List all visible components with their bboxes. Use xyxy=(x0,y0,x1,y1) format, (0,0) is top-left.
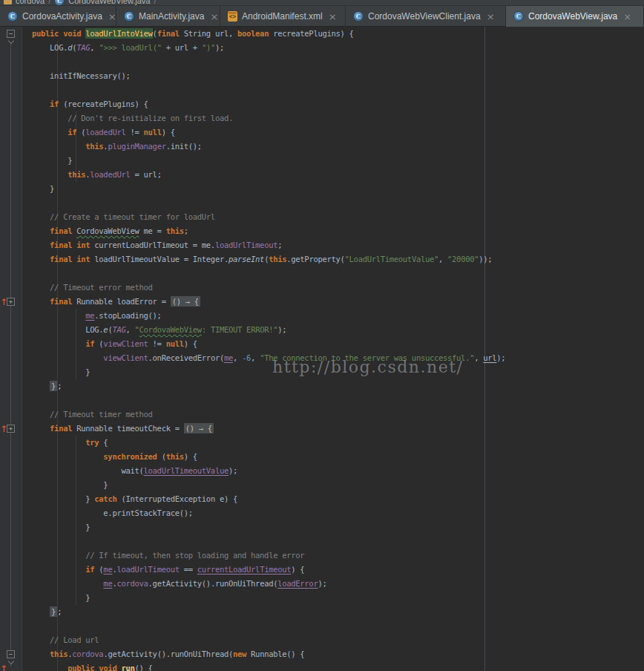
code-line[interactable]: } catch (InterruptedException e) { xyxy=(32,492,644,506)
tab-label: AndroidManifest.xml xyxy=(242,11,323,22)
code-line[interactable]: // Timeout timer method xyxy=(32,407,644,422)
code-token: .getActivity().runOnUiThread( xyxy=(148,579,278,588)
fold-collapse-icon[interactable]: − xyxy=(7,650,15,658)
code-token: , xyxy=(233,353,242,362)
code-line[interactable]: initIfNecessary(); xyxy=(32,69,644,83)
tab-cordovawebviewclient-java[interactable]: CCordovaWebViewClient.java× xyxy=(346,6,506,27)
code-token: catch xyxy=(94,494,121,503)
tab-label: CordovaActivity.java xyxy=(22,11,102,22)
code-line[interactable]: LOG.e(TAG, "CordovaWebView: TIMEOUT ERRO… xyxy=(32,323,644,337)
code-token: , xyxy=(90,43,99,52)
code-line[interactable]: }; xyxy=(32,379,644,393)
code-line[interactable]: // Don't re-initialize on first load. xyxy=(32,111,644,125)
breadcrumb: cordova/CCordovaWebView.java/ xyxy=(0,0,644,6)
editor[interactable]: −↑+↑+−↑ public void loadUrlIntoView(fina… xyxy=(0,27,644,671)
code-token: me = xyxy=(139,226,166,235)
tab-close-icon[interactable]: × xyxy=(487,12,495,22)
code-line[interactable]: me.cordova.getActivity().runOnUiThread(l… xyxy=(32,577,644,591)
code-line[interactable]: // Timeout error method xyxy=(32,281,644,295)
code-line[interactable]: wait(loadUrlTimeoutValue); xyxy=(32,464,644,478)
code-line[interactable]: if (viewClient != null) { xyxy=(32,337,644,351)
code-line[interactable] xyxy=(32,534,644,549)
code-token: null xyxy=(166,339,184,348)
code-token: , xyxy=(251,353,260,362)
code-token: + url + xyxy=(162,43,202,52)
code-line[interactable] xyxy=(32,266,644,281)
fold-expand-icon[interactable]: + xyxy=(7,298,15,306)
code-line[interactable]: me.stopLoading(); xyxy=(32,309,644,323)
code-line[interactable]: } xyxy=(32,154,644,168)
tab-close-icon[interactable]: × xyxy=(329,12,337,22)
code-line[interactable]: } xyxy=(32,520,644,534)
code-token: Runnable loadError = xyxy=(72,297,170,306)
code-line[interactable]: } xyxy=(32,365,644,379)
code-line[interactable]: try { xyxy=(32,436,644,450)
code-token: this xyxy=(32,170,85,179)
code-line[interactable]: if (me.loadUrlTimeout == currentLoadUrlT… xyxy=(32,563,644,577)
code-line[interactable] xyxy=(32,55,644,69)
code-line[interactable] xyxy=(32,196,644,210)
code-line[interactable]: // If timeout, then stop loading and han… xyxy=(32,549,644,563)
code-token: loadError xyxy=(277,579,318,588)
code-line[interactable]: final CordovaWebView me = this; xyxy=(32,224,644,238)
code-token: cordova xyxy=(72,649,103,658)
code-line[interactable] xyxy=(32,83,644,97)
code-line[interactable]: final Runnable timeoutCheck = () → { xyxy=(32,422,644,436)
code-token: parseInt xyxy=(229,255,264,264)
code-line[interactable]: // Load url xyxy=(32,633,644,647)
tab-cordovaactivity-java[interactable]: CCordovaActivity.java× xyxy=(0,6,116,27)
fold-expand-icon[interactable]: + xyxy=(7,425,15,433)
code-token: LOG. xyxy=(32,43,68,52)
tab-close-icon[interactable]: × xyxy=(623,12,631,22)
code-token: () → { xyxy=(184,423,214,433)
code-line[interactable]: public void loadUrlIntoView(final String… xyxy=(32,27,644,41)
breadcrumb-inner: cordova/CCordovaWebView.java/ xyxy=(0,0,157,6)
tab-close-icon[interactable]: × xyxy=(108,12,116,22)
code-line[interactable]: this.cordova.getActivity().runOnUiThread… xyxy=(32,647,644,661)
code-token: this xyxy=(32,649,68,658)
manifest-icon: <> xyxy=(228,11,237,22)
code-line[interactable] xyxy=(32,619,644,633)
code-token: String url, xyxy=(180,29,237,38)
code-line[interactable]: this.pluginManager.init(); xyxy=(32,140,644,154)
code-token: if xyxy=(32,565,99,574)
code-line[interactable]: e.printStackTrace(); xyxy=(32,506,644,520)
code-line[interactable]: } xyxy=(32,591,644,605)
breadcrumb-item[interactable]: cordova xyxy=(16,0,45,5)
code-token: if xyxy=(32,339,99,348)
code-token: ) { xyxy=(184,452,197,461)
code-line[interactable]: synchronized (this) { xyxy=(32,450,644,464)
code-line[interactable]: public void run() { xyxy=(32,661,644,671)
code-token: LOG. xyxy=(32,325,103,334)
code-line[interactable]: if (loadedUrl != null) { xyxy=(32,125,644,140)
code-line[interactable] xyxy=(32,393,644,407)
breadcrumb-item[interactable]: CordovaWebView.java xyxy=(68,0,150,5)
tab-androidmanifest-xml[interactable]: <>AndroidManifest.xml× xyxy=(220,6,346,27)
fold-region-line xyxy=(10,37,11,667)
code-token: // Create a timeout timer for loadUrl xyxy=(32,212,215,221)
code-token: "20000" xyxy=(447,255,479,264)
code-token: Runnable timeoutCheck = xyxy=(72,424,184,433)
fold-collapse-icon[interactable]: − xyxy=(7,30,15,38)
code-token xyxy=(32,382,50,390)
code-line[interactable]: final int loadUrlTimeoutValue = Integer.… xyxy=(32,252,644,266)
code-token: () → { xyxy=(171,296,200,307)
code-line[interactable]: LOG.d(TAG, ">>> loadUrl(" + url + ")"); xyxy=(32,41,644,55)
code-token: final xyxy=(32,424,72,433)
code-line[interactable]: // Create a timeout timer for loadUrl xyxy=(32,210,644,224)
code-line[interactable]: }; xyxy=(32,605,644,619)
code-line[interactable]: viewClient.onReceivedError(me, -6, "The … xyxy=(32,351,644,365)
code-line[interactable]: if (recreatePlugins) { xyxy=(32,97,644,111)
code-line[interactable]: } xyxy=(32,478,644,492)
folder-icon xyxy=(4,0,12,4)
tab-close-icon[interactable]: × xyxy=(210,12,218,22)
tab-mainactivity-java[interactable]: CMainActivity.java× xyxy=(116,6,220,27)
code-line[interactable]: this.loadedUrl = url; xyxy=(32,168,644,182)
code-area[interactable]: public void loadUrlIntoView(final String… xyxy=(23,27,644,671)
tab-cordovawebview-java[interactable]: CCordovaWebView.java× xyxy=(506,6,644,27)
code-line[interactable]: final int currentLoadUrlTimeout = me.loa… xyxy=(32,238,644,252)
code-line[interactable]: } xyxy=(32,182,644,196)
breadcrumb-separator: / xyxy=(154,0,156,5)
code-token: : TIMEOUT ERROR!" xyxy=(202,325,277,334)
code-line[interactable]: final Runnable loadError = () → { xyxy=(32,295,644,309)
